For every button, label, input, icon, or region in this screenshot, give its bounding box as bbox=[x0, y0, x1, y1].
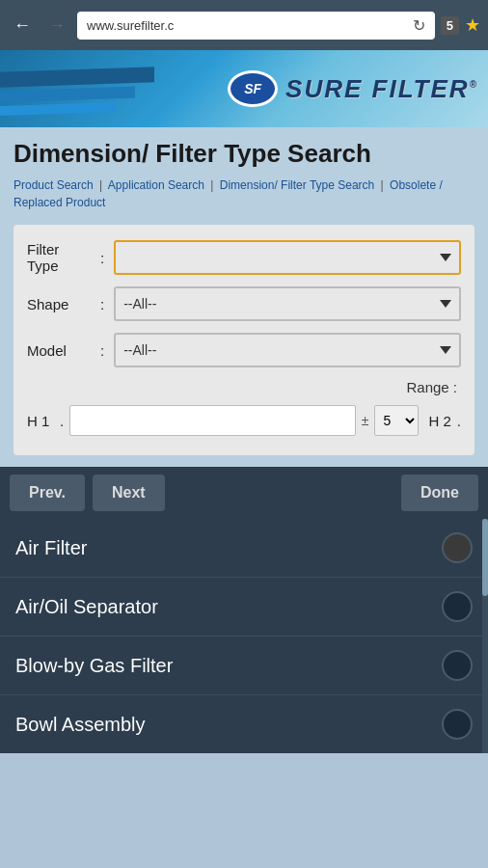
dropdown-list-container: Air FilterAir/Oil SeparatorBlow-by Gas F… bbox=[0, 519, 488, 753]
breadcrumb-application-search[interactable]: Application Search bbox=[108, 178, 204, 192]
back-button[interactable]: ← bbox=[8, 12, 37, 40]
shape-colon: : bbox=[100, 296, 104, 312]
header-stripe-2 bbox=[0, 87, 135, 103]
header-stripe-1 bbox=[0, 67, 154, 88]
list-item-label: Bowl Assembly bbox=[15, 714, 146, 736]
h1-label: H 1 bbox=[27, 413, 54, 429]
page-content: Dimension/ Filter Type Search Product Se… bbox=[0, 127, 488, 467]
filter-type-label: FilterType bbox=[27, 241, 95, 274]
forward-button[interactable]: → bbox=[42, 12, 71, 40]
scrollbar-thumb[interactable] bbox=[482, 519, 488, 596]
trademark: ® bbox=[470, 79, 478, 90]
filter-type-select[interactable]: Air Filter Air/Oil Separator Blow-by Gas… bbox=[114, 240, 461, 275]
breadcrumb-dimension: Dimension/ Filter Type Search bbox=[220, 178, 375, 192]
h1-row: H 1 . ± 1 2 3 5 10 H 2 . bbox=[27, 405, 461, 436]
shape-label: Shape bbox=[27, 296, 95, 312]
h2-label: H 2 bbox=[428, 413, 450, 429]
model-colon: : bbox=[100, 342, 104, 359]
model-label: Model bbox=[27, 342, 95, 359]
h2-dot: . bbox=[457, 413, 461, 429]
site-header: SF SURE FILTER® bbox=[0, 50, 488, 127]
breadcrumb-sep-2: | bbox=[210, 178, 213, 192]
shape-select[interactable]: --All-- Round Square Oval bbox=[114, 286, 461, 321]
breadcrumb-sep-1: | bbox=[99, 178, 102, 192]
done-button[interactable]: Done bbox=[401, 475, 478, 511]
list-item[interactable]: Bowl Assembly bbox=[0, 695, 488, 753]
page-title: Dimension/ Filter Type Search bbox=[14, 139, 474, 169]
range-label: Range : bbox=[27, 379, 461, 395]
scrollbar-track bbox=[482, 519, 488, 753]
shape-row: Shape : --All-- Round Square Oval bbox=[27, 286, 461, 321]
tab-count[interactable]: 5 bbox=[441, 16, 459, 35]
model-row: Model : --All-- Standard High Flow Econo… bbox=[27, 333, 461, 367]
h1-input[interactable] bbox=[69, 405, 356, 436]
list-item-radio[interactable] bbox=[442, 650, 473, 681]
url-text: www.surefilter.c bbox=[87, 18, 407, 33]
header-stripe-3 bbox=[0, 102, 116, 116]
list-item[interactable]: Air Filter bbox=[0, 519, 488, 578]
address-bar[interactable]: www.surefilter.c ↻ bbox=[77, 12, 435, 40]
bookmark-icon[interactable]: ★ bbox=[465, 14, 480, 36]
list-item-radio[interactable] bbox=[442, 591, 473, 622]
list-item[interactable]: Air/Oil Separator bbox=[0, 578, 488, 637]
breadcrumb-product-search[interactable]: Product Search bbox=[14, 178, 94, 192]
model-select[interactable]: --All-- Standard High Flow Economy bbox=[114, 333, 461, 367]
filter-type-row: FilterType : Air Filter Air/Oil Separato… bbox=[27, 240, 461, 275]
dropdown-list: Air FilterAir/Oil SeparatorBlow-by Gas F… bbox=[0, 519, 488, 753]
bottom-toolbar: Prev. Next Done bbox=[0, 467, 488, 519]
h1-dot: . bbox=[60, 413, 64, 429]
list-item-radio[interactable] bbox=[442, 532, 473, 563]
plus-minus-symbol: ± bbox=[362, 413, 369, 428]
next-button[interactable]: Next bbox=[93, 475, 165, 511]
breadcrumb: Product Search | Application Search | Di… bbox=[14, 176, 474, 211]
list-item[interactable]: Blow-by Gas Filter bbox=[0, 637, 488, 695]
logo-text: SURE FILTER® bbox=[285, 74, 478, 104]
logo-container: SF SURE FILTER® bbox=[228, 70, 478, 107]
list-item-label: Blow-by Gas Filter bbox=[15, 655, 173, 677]
list-item-label: Air/Oil Separator bbox=[15, 596, 158, 618]
sf-badge: SF bbox=[228, 70, 278, 107]
prev-button[interactable]: Prev. bbox=[10, 475, 85, 511]
list-item-label: Air Filter bbox=[15, 537, 87, 559]
refresh-icon: ↻ bbox=[413, 16, 425, 35]
search-card: FilterType : Air Filter Air/Oil Separato… bbox=[14, 225, 474, 455]
breadcrumb-sep-3: | bbox=[381, 178, 384, 192]
tolerance-select[interactable]: 1 2 3 5 10 bbox=[374, 405, 419, 436]
browser-chrome: ← → www.surefilter.c ↻ 5 ★ bbox=[0, 0, 488, 50]
filter-type-colon: : bbox=[100, 250, 104, 266]
list-item-radio[interactable] bbox=[442, 709, 473, 740]
